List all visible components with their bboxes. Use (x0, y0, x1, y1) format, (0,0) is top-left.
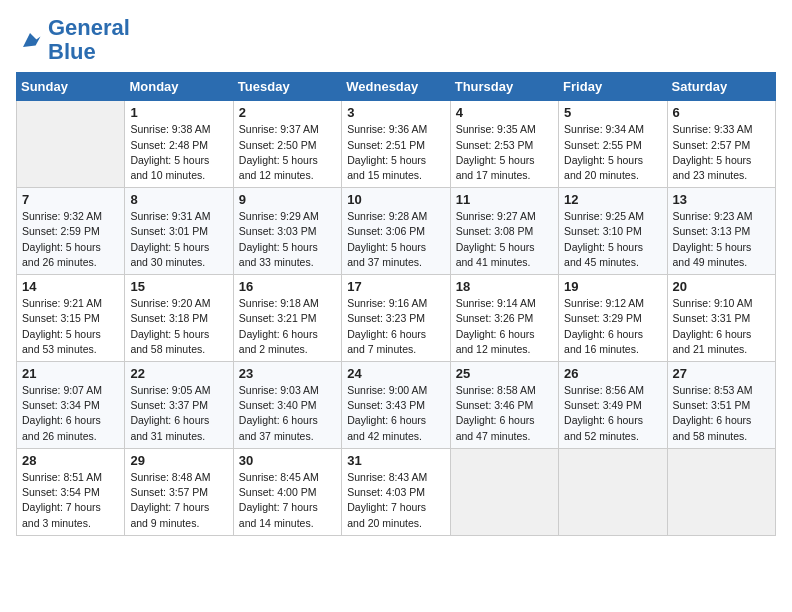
day-number: 18 (456, 279, 553, 294)
day-info: Sunrise: 9:10 AMSunset: 3:31 PMDaylight:… (673, 296, 770, 357)
logo-text: General Blue (48, 16, 130, 64)
day-number: 12 (564, 192, 661, 207)
week-row-3: 14Sunrise: 9:21 AMSunset: 3:15 PMDayligh… (17, 275, 776, 362)
week-row-4: 21Sunrise: 9:07 AMSunset: 3:34 PMDayligh… (17, 362, 776, 449)
day-cell: 24Sunrise: 9:00 AMSunset: 3:43 PMDayligh… (342, 362, 450, 449)
page-header: General Blue (16, 16, 776, 64)
day-info: Sunrise: 9:20 AMSunset: 3:18 PMDaylight:… (130, 296, 227, 357)
day-cell: 30Sunrise: 8:45 AMSunset: 4:00 PMDayligh… (233, 448, 341, 535)
day-info: Sunrise: 8:58 AMSunset: 3:46 PMDaylight:… (456, 383, 553, 444)
day-cell: 10Sunrise: 9:28 AMSunset: 3:06 PMDayligh… (342, 188, 450, 275)
day-info: Sunrise: 9:27 AMSunset: 3:08 PMDaylight:… (456, 209, 553, 270)
header-cell-monday: Monday (125, 73, 233, 101)
day-cell: 13Sunrise: 9:23 AMSunset: 3:13 PMDayligh… (667, 188, 775, 275)
week-row-1: 1Sunrise: 9:38 AMSunset: 2:48 PMDaylight… (17, 101, 776, 188)
day-cell: 31Sunrise: 8:43 AMSunset: 4:03 PMDayligh… (342, 448, 450, 535)
day-cell: 27Sunrise: 8:53 AMSunset: 3:51 PMDayligh… (667, 362, 775, 449)
day-info: Sunrise: 9:28 AMSunset: 3:06 PMDaylight:… (347, 209, 444, 270)
day-info: Sunrise: 8:48 AMSunset: 3:57 PMDaylight:… (130, 470, 227, 531)
day-info: Sunrise: 8:43 AMSunset: 4:03 PMDaylight:… (347, 470, 444, 531)
day-cell: 6Sunrise: 9:33 AMSunset: 2:57 PMDaylight… (667, 101, 775, 188)
day-cell: 2Sunrise: 9:37 AMSunset: 2:50 PMDaylight… (233, 101, 341, 188)
header-cell-wednesday: Wednesday (342, 73, 450, 101)
day-info: Sunrise: 8:45 AMSunset: 4:00 PMDaylight:… (239, 470, 336, 531)
day-cell: 21Sunrise: 9:07 AMSunset: 3:34 PMDayligh… (17, 362, 125, 449)
day-number: 29 (130, 453, 227, 468)
day-cell: 16Sunrise: 9:18 AMSunset: 3:21 PMDayligh… (233, 275, 341, 362)
day-cell: 20Sunrise: 9:10 AMSunset: 3:31 PMDayligh… (667, 275, 775, 362)
day-cell (667, 448, 775, 535)
day-cell: 19Sunrise: 9:12 AMSunset: 3:29 PMDayligh… (559, 275, 667, 362)
day-info: Sunrise: 9:29 AMSunset: 3:03 PMDaylight:… (239, 209, 336, 270)
day-number: 10 (347, 192, 444, 207)
day-number: 2 (239, 105, 336, 120)
day-info: Sunrise: 9:32 AMSunset: 2:59 PMDaylight:… (22, 209, 119, 270)
header-cell-thursday: Thursday (450, 73, 558, 101)
day-number: 8 (130, 192, 227, 207)
day-cell: 12Sunrise: 9:25 AMSunset: 3:10 PMDayligh… (559, 188, 667, 275)
header-cell-saturday: Saturday (667, 73, 775, 101)
header-cell-sunday: Sunday (17, 73, 125, 101)
day-number: 5 (564, 105, 661, 120)
day-number: 3 (347, 105, 444, 120)
header-cell-friday: Friday (559, 73, 667, 101)
day-cell: 8Sunrise: 9:31 AMSunset: 3:01 PMDaylight… (125, 188, 233, 275)
day-cell: 3Sunrise: 9:36 AMSunset: 2:51 PMDaylight… (342, 101, 450, 188)
day-cell: 18Sunrise: 9:14 AMSunset: 3:26 PMDayligh… (450, 275, 558, 362)
week-row-5: 28Sunrise: 8:51 AMSunset: 3:54 PMDayligh… (17, 448, 776, 535)
day-cell (559, 448, 667, 535)
header-row: SundayMondayTuesdayWednesdayThursdayFrid… (17, 73, 776, 101)
day-info: Sunrise: 9:33 AMSunset: 2:57 PMDaylight:… (673, 122, 770, 183)
day-cell: 4Sunrise: 9:35 AMSunset: 2:53 PMDaylight… (450, 101, 558, 188)
day-cell: 11Sunrise: 9:27 AMSunset: 3:08 PMDayligh… (450, 188, 558, 275)
day-info: Sunrise: 9:25 AMSunset: 3:10 PMDaylight:… (564, 209, 661, 270)
day-number: 17 (347, 279, 444, 294)
week-row-2: 7Sunrise: 9:32 AMSunset: 2:59 PMDaylight… (17, 188, 776, 275)
day-cell: 25Sunrise: 8:58 AMSunset: 3:46 PMDayligh… (450, 362, 558, 449)
day-cell (17, 101, 125, 188)
day-info: Sunrise: 9:31 AMSunset: 3:01 PMDaylight:… (130, 209, 227, 270)
day-number: 7 (22, 192, 119, 207)
day-number: 19 (564, 279, 661, 294)
day-number: 13 (673, 192, 770, 207)
day-info: Sunrise: 9:35 AMSunset: 2:53 PMDaylight:… (456, 122, 553, 183)
day-info: Sunrise: 9:36 AMSunset: 2:51 PMDaylight:… (347, 122, 444, 183)
logo: General Blue (16, 16, 130, 64)
day-info: Sunrise: 8:53 AMSunset: 3:51 PMDaylight:… (673, 383, 770, 444)
day-number: 14 (22, 279, 119, 294)
day-info: Sunrise: 9:03 AMSunset: 3:40 PMDaylight:… (239, 383, 336, 444)
day-cell (450, 448, 558, 535)
day-cell: 17Sunrise: 9:16 AMSunset: 3:23 PMDayligh… (342, 275, 450, 362)
day-cell: 7Sunrise: 9:32 AMSunset: 2:59 PMDaylight… (17, 188, 125, 275)
day-number: 22 (130, 366, 227, 381)
day-number: 31 (347, 453, 444, 468)
day-number: 11 (456, 192, 553, 207)
day-number: 25 (456, 366, 553, 381)
day-info: Sunrise: 9:37 AMSunset: 2:50 PMDaylight:… (239, 122, 336, 183)
day-number: 21 (22, 366, 119, 381)
day-cell: 9Sunrise: 9:29 AMSunset: 3:03 PMDaylight… (233, 188, 341, 275)
day-cell: 14Sunrise: 9:21 AMSunset: 3:15 PMDayligh… (17, 275, 125, 362)
day-info: Sunrise: 9:05 AMSunset: 3:37 PMDaylight:… (130, 383, 227, 444)
day-cell: 1Sunrise: 9:38 AMSunset: 2:48 PMDaylight… (125, 101, 233, 188)
day-number: 28 (22, 453, 119, 468)
header-cell-tuesday: Tuesday (233, 73, 341, 101)
day-info: Sunrise: 9:16 AMSunset: 3:23 PMDaylight:… (347, 296, 444, 357)
calendar-table: SundayMondayTuesdayWednesdayThursdayFrid… (16, 72, 776, 535)
day-number: 23 (239, 366, 336, 381)
day-number: 26 (564, 366, 661, 381)
day-info: Sunrise: 9:21 AMSunset: 3:15 PMDaylight:… (22, 296, 119, 357)
day-cell: 26Sunrise: 8:56 AMSunset: 3:49 PMDayligh… (559, 362, 667, 449)
day-number: 24 (347, 366, 444, 381)
day-cell: 28Sunrise: 8:51 AMSunset: 3:54 PMDayligh… (17, 448, 125, 535)
day-number: 1 (130, 105, 227, 120)
day-cell: 22Sunrise: 9:05 AMSunset: 3:37 PMDayligh… (125, 362, 233, 449)
day-cell: 5Sunrise: 9:34 AMSunset: 2:55 PMDaylight… (559, 101, 667, 188)
day-number: 27 (673, 366, 770, 381)
svg-marker-0 (23, 33, 41, 47)
day-number: 4 (456, 105, 553, 120)
day-info: Sunrise: 9:07 AMSunset: 3:34 PMDaylight:… (22, 383, 119, 444)
day-number: 9 (239, 192, 336, 207)
day-info: Sunrise: 9:12 AMSunset: 3:29 PMDaylight:… (564, 296, 661, 357)
day-info: Sunrise: 8:51 AMSunset: 3:54 PMDaylight:… (22, 470, 119, 531)
